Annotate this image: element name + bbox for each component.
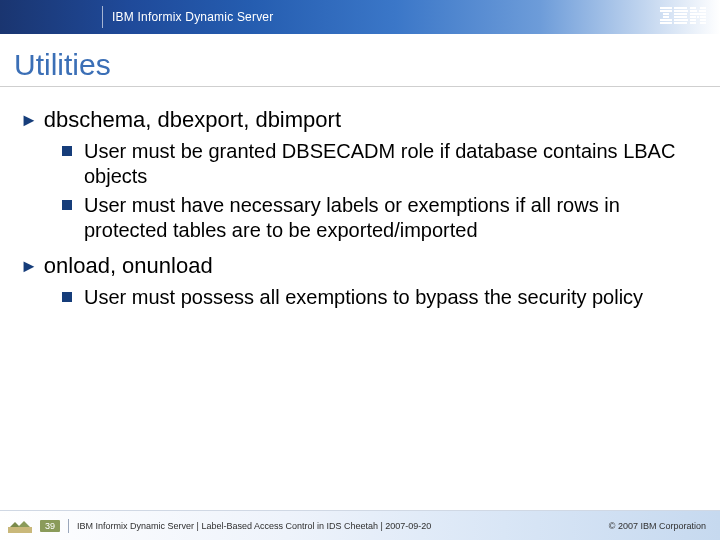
svg-rect-3 bbox=[663, 16, 669, 18]
svg-rect-22 bbox=[690, 22, 696, 24]
bullet-text: User must have necessary labels or exemp… bbox=[84, 193, 684, 243]
bullet-level2: User must have necessary labels or exemp… bbox=[62, 193, 700, 243]
header-product-name: IBM Informix Dynamic Server bbox=[112, 10, 273, 24]
footer-divider bbox=[68, 519, 69, 533]
bullet-text: User must possess all exemptions to bypa… bbox=[84, 285, 643, 310]
svg-rect-7 bbox=[674, 10, 688, 12]
svg-rect-24 bbox=[8, 527, 32, 533]
svg-rect-2 bbox=[663, 13, 669, 15]
svg-rect-8 bbox=[674, 13, 687, 15]
svg-rect-23 bbox=[700, 22, 706, 24]
svg-rect-10 bbox=[674, 19, 688, 21]
svg-rect-20 bbox=[690, 19, 696, 21]
svg-rect-11 bbox=[674, 22, 687, 24]
slide-footer: 39 IBM Informix Dynamic Server | Label-B… bbox=[0, 510, 720, 540]
square-bullet-icon bbox=[62, 292, 72, 302]
svg-rect-9 bbox=[674, 16, 687, 18]
bullet-text: User must be granted DBSECADM role if da… bbox=[84, 139, 684, 189]
bullet-level2: User must possess all exemptions to bypa… bbox=[62, 285, 700, 310]
svg-rect-0 bbox=[660, 7, 672, 9]
arrow-right-icon: ► bbox=[20, 107, 38, 133]
svg-rect-18 bbox=[697, 16, 699, 18]
slide-title: Utilities bbox=[0, 34, 720, 86]
footer-copyright: © 2007 IBM Corporation bbox=[609, 521, 706, 531]
svg-rect-13 bbox=[700, 7, 706, 9]
bullet-text: dbschema, dbexport, dbimport bbox=[44, 107, 341, 133]
svg-rect-19 bbox=[700, 16, 706, 18]
header-divider bbox=[102, 6, 103, 28]
title-underline bbox=[0, 86, 720, 87]
svg-rect-4 bbox=[660, 19, 672, 21]
svg-rect-16 bbox=[690, 13, 706, 15]
svg-rect-6 bbox=[674, 7, 687, 9]
square-bullet-icon bbox=[62, 200, 72, 210]
bullet-level1: ► dbschema, dbexport, dbimport bbox=[20, 107, 700, 133]
svg-rect-5 bbox=[660, 22, 672, 24]
svg-rect-21 bbox=[700, 19, 706, 21]
page-number-badge: 39 bbox=[40, 520, 60, 532]
square-bullet-icon bbox=[62, 146, 72, 156]
svg-rect-17 bbox=[690, 16, 696, 18]
arrow-right-icon: ► bbox=[20, 253, 38, 279]
slide-content: ► dbschema, dbexport, dbimport User must… bbox=[0, 97, 720, 540]
svg-rect-12 bbox=[690, 7, 696, 9]
bullet-level1: ► onload, onunload bbox=[20, 253, 700, 279]
footer-graphic-icon bbox=[0, 519, 40, 533]
bullet-text: onload, onunload bbox=[44, 253, 213, 279]
svg-rect-1 bbox=[660, 10, 672, 12]
svg-rect-15 bbox=[699, 10, 706, 12]
bullet-level2: User must be granted DBSECADM role if da… bbox=[62, 139, 700, 189]
slide-header: IBM Informix Dynamic Server bbox=[0, 0, 720, 34]
footer-text: IBM Informix Dynamic Server | Label-Base… bbox=[77, 521, 609, 531]
svg-rect-14 bbox=[690, 10, 697, 12]
ibm-logo-icon bbox=[660, 7, 706, 29]
slide: IBM Informix Dynamic Server bbox=[0, 0, 720, 540]
